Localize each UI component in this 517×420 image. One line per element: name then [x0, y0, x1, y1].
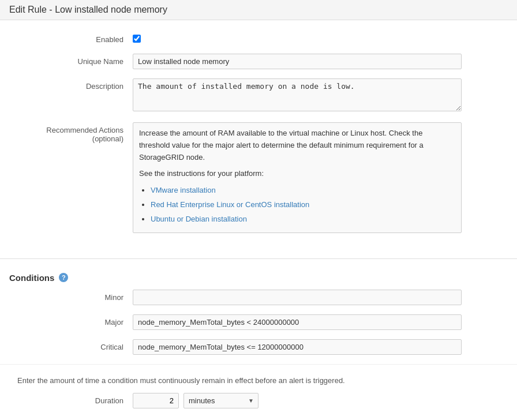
description-row: Description The amount of installed memo… — [17, 78, 500, 113]
minor-input[interactable] — [133, 290, 462, 305]
major-input[interactable] — [133, 314, 462, 330]
recommended-actions-text: Increase the amount of RAM available to … — [139, 127, 455, 226]
critical-field — [133, 339, 462, 355]
duration-row: Duration minutes hours days ▼ — [17, 393, 500, 408]
page-title: Edit Rule - Low installed node memory — [9, 5, 167, 14]
critical-input[interactable] — [133, 339, 462, 355]
list-item: VMware installation — [151, 185, 455, 197]
list-item: Ubuntu or Debian installation — [151, 213, 455, 226]
minor-field — [133, 290, 462, 305]
enabled-label: Enabled — [17, 32, 133, 44]
minor-label: Minor — [17, 290, 133, 302]
recommended-links-list: VMware installation Red Hat Enterprise L… — [139, 185, 455, 225]
minor-row: Minor — [17, 290, 500, 305]
recommended-para-1: Increase the amount of RAM available to … — [139, 127, 455, 163]
unique-name-label: Unique Name — [17, 54, 133, 66]
conditions-header: Conditions ? — [0, 268, 517, 287]
major-label: Major — [17, 314, 133, 327]
unique-name-field — [133, 54, 462, 69]
duration-unit-select[interactable]: minutes hours days — [183, 393, 258, 408]
enabled-checkbox[interactable] — [133, 35, 141, 43]
duration-label: Duration — [17, 396, 133, 405]
recommended-actions-row: Recommended Actions (optional) Increase … — [17, 122, 500, 233]
critical-row: Critical — [17, 339, 500, 355]
duration-input[interactable] — [133, 393, 179, 408]
conditions-help-icon[interactable]: ? — [59, 273, 68, 282]
conditions-title: Conditions — [9, 273, 54, 283]
ubuntu-link[interactable]: Ubuntu or Debian installation — [151, 215, 247, 223]
enabled-field — [133, 32, 462, 44]
duration-note: Enter the amount of time a condition mus… — [17, 376, 500, 385]
conditions-divider — [0, 258, 517, 259]
list-item: Red Hat Enterprise Linux or CentOS insta… — [151, 199, 455, 211]
conditions-form: Minor Major Critical — [0, 290, 517, 355]
unique-name-row: Unique Name — [17, 54, 500, 69]
duration-section: Enter the amount of time a condition mus… — [0, 364, 517, 418]
description-label: Description — [17, 78, 133, 91]
recommended-actions-label: Recommended Actions (optional) — [17, 122, 133, 143]
recommended-para-2: See the instructions for your platform: — [139, 168, 455, 180]
duration-select-container: minutes hours days ▼ — [183, 393, 258, 408]
critical-label: Critical — [17, 339, 133, 351]
form-container: Enabled Unique Name Description The amou… — [0, 20, 517, 254]
description-textarea[interactable]: The amount of installed memory on a node… — [133, 78, 462, 111]
unique-name-input[interactable] — [133, 54, 462, 69]
major-field — [133, 314, 462, 330]
recommended-actions-box[interactable]: Increase the amount of RAM available to … — [133, 122, 462, 233]
major-row: Major — [17, 314, 500, 330]
vmware-link[interactable]: VMware installation — [151, 186, 216, 194]
rhel-link[interactable]: Red Hat Enterprise Linux or CentOS insta… — [151, 200, 309, 209]
page-wrapper: Edit Rule - Low installed node memory En… — [0, 0, 517, 420]
description-field: The amount of installed memory on a node… — [133, 78, 462, 113]
page-header: Edit Rule - Low installed node memory — [0, 0, 517, 20]
enabled-row: Enabled — [17, 32, 500, 44]
